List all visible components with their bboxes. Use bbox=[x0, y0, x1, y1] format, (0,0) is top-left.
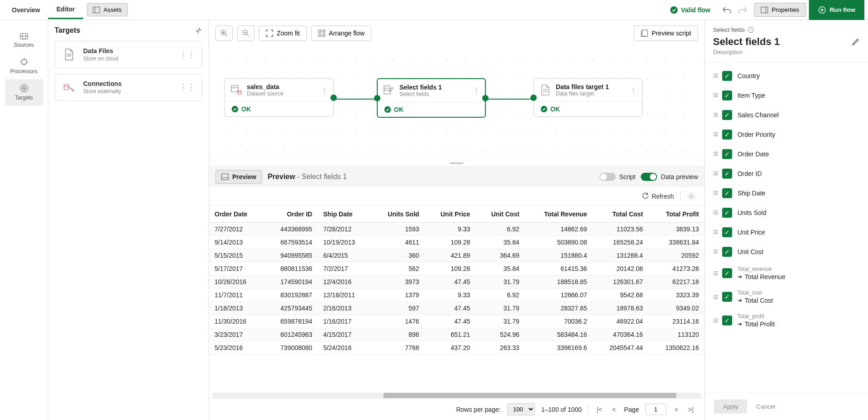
drag-handle-icon[interactable]: ≡ bbox=[713, 227, 717, 237]
field-row[interactable]: ≡✓Unit Price bbox=[710, 222, 863, 242]
field-row[interactable]: ≡✓Order Date bbox=[710, 144, 863, 164]
collapse-icon[interactable] bbox=[195, 27, 202, 34]
zoom-out-button[interactable] bbox=[237, 25, 254, 41]
rail-sources[interactable]: Sources bbox=[5, 28, 43, 53]
checkbox[interactable]: ✓ bbox=[722, 71, 732, 81]
column-header[interactable]: Units Sold bbox=[371, 206, 424, 223]
first-page-button[interactable]: |< bbox=[595, 404, 604, 415]
apply-button[interactable]: Apply bbox=[714, 400, 747, 414]
drag-handle-icon[interactable]: ⋮⋮ bbox=[179, 83, 195, 91]
checkbox[interactable]: ✓ bbox=[722, 315, 732, 325]
output-port[interactable] bbox=[482, 95, 489, 101]
input-port[interactable] bbox=[530, 95, 537, 101]
field-row[interactable]: ≡✓Total_revenue➔Total Revenue bbox=[710, 261, 863, 285]
edit-icon[interactable] bbox=[852, 38, 860, 46]
field-row[interactable]: ≡✓Order ID bbox=[710, 164, 863, 183]
data-table[interactable]: Order DateOrder IDShip DateUnits SoldUni… bbox=[209, 206, 704, 393]
tab-overview[interactable]: Overview bbox=[4, 1, 48, 19]
target-card-connections[interactable]: Connections Store externally ⋮⋮ bbox=[55, 74, 202, 101]
checkbox[interactable]: ✓ bbox=[722, 130, 732, 140]
field-row[interactable]: ≡✓Ship Date bbox=[710, 183, 863, 203]
rail-targets[interactable]: Targets bbox=[5, 79, 43, 105]
redo-button[interactable] bbox=[735, 2, 751, 18]
checkbox[interactable]: ✓ bbox=[722, 208, 732, 218]
run-flow-button[interactable]: Run flow bbox=[809, 0, 864, 20]
field-row[interactable]: ≡✓Order Priority bbox=[710, 125, 863, 144]
drag-handle-icon[interactable]: ≡ bbox=[713, 315, 717, 326]
drag-handle-icon[interactable]: ≡ bbox=[713, 70, 717, 81]
drag-handle-icon[interactable]: ≡ bbox=[713, 110, 717, 120]
drag-handle-icon[interactable]: ≡ bbox=[713, 129, 717, 140]
table-row[interactable]: 5/17/20178808115367/2/2017562109.2835.84… bbox=[209, 262, 704, 275]
cancel-button[interactable]: Cancel bbox=[756, 400, 775, 414]
last-page-button[interactable]: >| bbox=[686, 404, 695, 415]
output-port[interactable] bbox=[330, 95, 337, 101]
column-header[interactable]: Ship Date bbox=[318, 206, 371, 223]
drag-handle-icon[interactable]: ≡ bbox=[713, 268, 717, 279]
field-row[interactable]: ≡✓Item Type bbox=[710, 85, 863, 105]
assets-button[interactable]: Assets bbox=[87, 3, 128, 16]
drag-handle-icon[interactable]: ≡ bbox=[713, 246, 717, 257]
script-toggle[interactable]: Script bbox=[599, 173, 636, 181]
resize-handle[interactable] bbox=[209, 160, 704, 166]
checkbox[interactable]: ✓ bbox=[722, 169, 732, 179]
zoom-in-button[interactable] bbox=[215, 25, 233, 41]
more-icon[interactable]: ⋮ bbox=[321, 86, 328, 94]
table-row[interactable]: 11/7/201183019288712/18/201113799.336.92… bbox=[209, 289, 704, 302]
rail-processors[interactable]: Processors bbox=[5, 53, 43, 79]
preview-button[interactable]: Preview bbox=[215, 170, 262, 184]
drag-handle-icon[interactable]: ⋮⋮ bbox=[179, 50, 195, 59]
next-page-button[interactable]: > bbox=[673, 404, 680, 415]
table-row[interactable]: 1/18/20134257934452/16/201359747.4531.79… bbox=[209, 302, 704, 315]
table-row[interactable]: 7/27/20124433689957/28/201215939.336.921… bbox=[209, 223, 704, 236]
table-row[interactable]: 10/26/201617459019412/4/2016397347.4531.… bbox=[209, 275, 704, 289]
zoom-fit-button[interactable]: Zoom fit bbox=[259, 25, 307, 41]
column-header[interactable]: Total Revenue bbox=[525, 206, 593, 223]
column-header[interactable]: Unit Price bbox=[424, 206, 475, 223]
field-row[interactable]: ≡✓Country bbox=[710, 66, 863, 85]
checkbox[interactable]: ✓ bbox=[722, 247, 732, 257]
more-icon[interactable]: ⋮ bbox=[630, 86, 637, 94]
field-row[interactable]: ≡✓Unit Cost bbox=[710, 242, 863, 261]
drag-handle-icon[interactable]: ≡ bbox=[713, 207, 717, 218]
column-header[interactable]: Total Profit bbox=[649, 206, 704, 223]
field-row[interactable]: ≡✓Total_cost➔Total Cost bbox=[710, 285, 863, 309]
target-card-data-files[interactable]: Data Files Store on cloud ⋮⋮ bbox=[55, 41, 202, 68]
gear-icon[interactable] bbox=[687, 192, 695, 200]
table-row[interactable]: 5/23/20167390080805/24/20167768437.20263… bbox=[209, 341, 704, 355]
checkbox[interactable]: ✓ bbox=[722, 188, 732, 198]
drag-handle-icon[interactable]: ≡ bbox=[713, 292, 717, 302]
column-header[interactable]: Total Cost bbox=[593, 206, 649, 223]
arrange-flow-button[interactable]: Arrange flow bbox=[311, 25, 372, 41]
checkbox[interactable]: ✓ bbox=[722, 227, 732, 237]
field-row[interactable]: ≡✓Sales Channel bbox=[710, 105, 863, 125]
horizontal-scrollbar[interactable] bbox=[213, 393, 701, 398]
properties-button[interactable]: Properties bbox=[754, 3, 806, 17]
tab-editor[interactable]: Editor bbox=[48, 0, 83, 19]
checkbox[interactable]: ✓ bbox=[722, 292, 732, 302]
data-preview-toggle[interactable]: Data preview bbox=[641, 173, 698, 181]
page-input[interactable] bbox=[645, 404, 666, 415]
drag-handle-icon[interactable]: ≡ bbox=[713, 168, 717, 179]
info-icon[interactable] bbox=[748, 27, 754, 33]
checkbox[interactable]: ✓ bbox=[722, 110, 732, 120]
flow-canvas[interactable]: sales_data Dataset source ⋮ OK Select fi… bbox=[215, 46, 698, 160]
checkbox[interactable]: ✓ bbox=[722, 90, 732, 100]
field-row[interactable]: ≡✓Total_profit➔Total Profit bbox=[710, 309, 863, 332]
column-header[interactable]: Unit Cost bbox=[476, 206, 525, 223]
column-header[interactable]: Order ID bbox=[264, 206, 318, 223]
table-row[interactable]: 9/14/201366759351410/19/20134611109.2835… bbox=[209, 236, 704, 249]
checkbox[interactable]: ✓ bbox=[722, 149, 732, 159]
rows-per-page-select[interactable]: 100 bbox=[507, 403, 535, 415]
node-data-files-target[interactable]: Data files target 1 Data files target ⋮ … bbox=[534, 78, 643, 117]
table-row[interactable]: 5/15/20159409955856/4/2015360421.89364.6… bbox=[209, 249, 704, 262]
input-port[interactable] bbox=[374, 95, 380, 101]
table-row[interactable]: 3/23/20176012459634/15/2017896651.21524.… bbox=[209, 328, 704, 341]
checkbox[interactable]: ✓ bbox=[722, 268, 732, 278]
field-row[interactable]: ≡✓Units Sold bbox=[710, 203, 863, 222]
drag-handle-icon[interactable]: ≡ bbox=[713, 90, 717, 100]
node-sales-data[interactable]: sales_data Dataset source ⋮ OK bbox=[224, 78, 334, 117]
preview-script-button[interactable]: Preview script bbox=[634, 25, 698, 41]
more-icon[interactable]: ⋮ bbox=[473, 87, 479, 94]
column-header[interactable]: Order Date bbox=[209, 206, 264, 223]
